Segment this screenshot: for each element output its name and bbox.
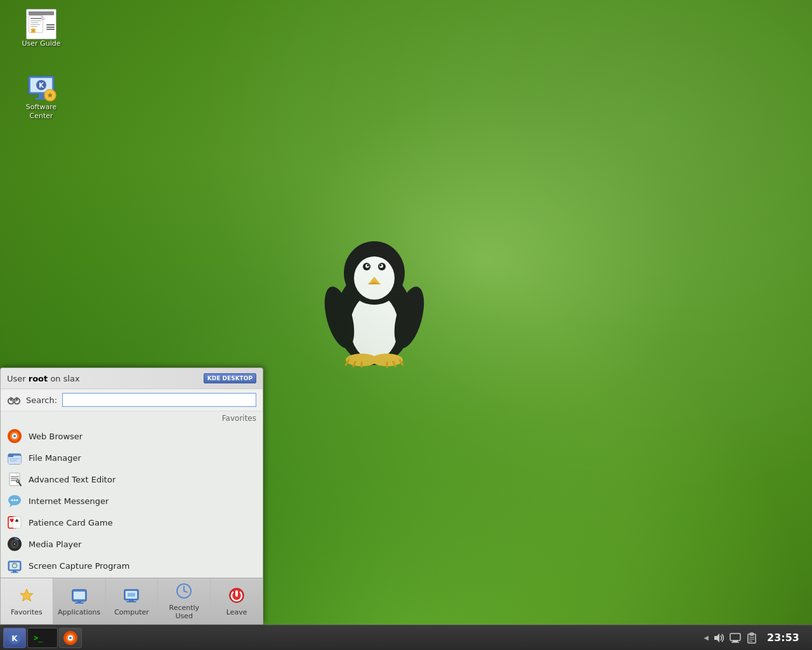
volume-icon[interactable] — [712, 632, 725, 644]
system-clock: 23:53 — [762, 632, 804, 644]
svg-point-28 — [380, 265, 382, 267]
desktop-icon-user-guide[interactable]: ★ User Guide — [16, 6, 67, 51]
computer-tab-icon — [122, 587, 140, 607]
clipboard-icon[interactable] — [745, 632, 758, 644]
web-browser-icon — [7, 428, 22, 444]
svg-rect-45 — [16, 397, 18, 401]
svg-point-74 — [14, 543, 16, 545]
kde-logo-badge: KDE DESKTOP — [204, 373, 256, 383]
favorites-tab-icon — [18, 587, 36, 607]
svg-rect-107 — [731, 642, 739, 643]
tray-expand-arrow[interactable]: ◀ — [704, 634, 709, 641]
file-manager-label: File Manager — [29, 453, 81, 463]
svg-rect-106 — [733, 640, 738, 642]
svg-point-64 — [11, 500, 13, 501]
menu-user-text: User root on slax — [7, 374, 80, 383]
tab-favorites[interactable]: Favorites — [1, 578, 53, 624]
user-guide-icon: ★ — [26, 9, 56, 39]
desktop-icon-software-center[interactable]: K ★ Software Center — [16, 70, 67, 124]
svg-rect-77 — [13, 571, 16, 572]
svg-rect-5 — [30, 26, 37, 27]
svg-rect-3 — [30, 22, 38, 23]
taskbar: K >_ ◀ — [0, 625, 812, 650]
svg-rect-85 — [75, 602, 84, 604]
software-center-label: Software Center — [18, 103, 64, 121]
svg-rect-4 — [30, 24, 40, 25]
messenger-icon — [7, 493, 22, 508]
media-player-label: Media Player — [29, 540, 82, 549]
menu-item-messenger[interactable]: Internet Messenger — [1, 490, 263, 512]
user-guide-label: User Guide — [22, 39, 61, 48]
svg-rect-84 — [77, 601, 81, 602]
app-menu: User root on slax KDE DESKTOP Search: Fa… — [0, 368, 263, 625]
svg-point-66 — [16, 500, 18, 501]
svg-text:>_: >_ — [34, 633, 43, 642]
menu-username: root — [29, 374, 48, 383]
svg-marker-63 — [10, 503, 15, 507]
patience-game-icon: ♥ ♠ — [7, 515, 22, 530]
system-tray: ◀ — [704, 632, 809, 644]
kde-menu-button[interactable]: K — [3, 628, 26, 648]
applications-tab-icon — [70, 587, 88, 607]
binoculars-icon — [7, 393, 21, 407]
svg-marker-81 — [20, 589, 33, 601]
display-icon[interactable] — [729, 632, 742, 644]
svg-text:♠: ♠ — [15, 518, 19, 524]
svg-text:K: K — [39, 82, 44, 89]
tab-computer[interactable]: Computer — [106, 578, 159, 624]
recently-used-tab-icon — [175, 582, 193, 602]
menu-item-file-manager[interactable]: File Manager — [1, 447, 263, 468]
svg-text:K: K — [11, 633, 18, 642]
svg-point-24 — [367, 265, 369, 267]
svg-text:★: ★ — [47, 91, 54, 100]
svg-rect-1 — [30, 18, 41, 19]
patience-game-label: Patience Card Game — [29, 518, 113, 527]
tab-leave[interactable]: Leave — [211, 578, 263, 624]
svg-rect-13 — [39, 94, 44, 98]
software-center-icon-img: K ★ — [26, 72, 56, 103]
menu-search-bar: Search: — [1, 389, 263, 411]
svg-rect-43 — [12, 400, 16, 402]
tab-recently-used[interactable]: Recently Used — [158, 578, 211, 624]
menu-item-screen-capture[interactable]: Screen Capture Program — [1, 555, 263, 576]
search-label: Search: — [26, 395, 57, 405]
svg-marker-104 — [714, 633, 719, 642]
svg-rect-90 — [126, 601, 136, 602]
file-manager-icon — [7, 450, 22, 465]
svg-rect-53 — [10, 458, 20, 460]
search-input[interactable] — [62, 393, 256, 407]
menu-item-web-browser[interactable]: Web Browser — [1, 425, 263, 447]
svg-rect-54 — [10, 460, 17, 461]
svg-line-93 — [184, 591, 187, 592]
svg-rect-83 — [74, 592, 85, 599]
tab-applications[interactable]: Applications — [53, 578, 106, 624]
screen-capture-label: Screen Capture Program — [29, 561, 130, 571]
menu-hostname: slax — [63, 374, 80, 383]
svg-rect-95 — [235, 590, 238, 597]
menu-header: User root on slax KDE DESKTOP — [1, 368, 263, 389]
leave-tab-icon — [228, 587, 246, 607]
svg-rect-55 — [10, 473, 20, 486]
screen-capture-icon — [7, 558, 22, 573]
svg-point-49 — [13, 435, 16, 437]
svg-point-65 — [14, 500, 16, 501]
media-player-icon — [7, 536, 22, 552]
text-editor-icon — [7, 472, 22, 487]
favorites-tab-label: Favorites — [11, 608, 43, 616]
svg-rect-105 — [730, 633, 740, 640]
svg-rect-109 — [750, 633, 754, 635]
menu-item-text-editor[interactable]: Advanced Text Editor — [1, 468, 263, 490]
svg-rect-44 — [10, 397, 13, 401]
menu-item-patience-game[interactable]: ♥ ♠ Patience Card Game — [1, 512, 263, 533]
svg-rect-52 — [8, 454, 13, 457]
favorites-section-label: Favorites — [1, 411, 263, 424]
tux-penguin — [311, 229, 438, 368]
leave-tab-label: Leave — [226, 608, 247, 616]
applications-tab-label: Applications — [58, 608, 100, 616]
firefox-button[interactable] — [59, 628, 82, 648]
terminal-button[interactable]: >_ — [27, 628, 58, 648]
svg-rect-2 — [30, 20, 41, 21]
web-browser-label: Web Browser — [29, 432, 82, 441]
svg-text:★: ★ — [32, 29, 35, 32]
menu-item-media-player[interactable]: Media Player — [1, 533, 263, 555]
